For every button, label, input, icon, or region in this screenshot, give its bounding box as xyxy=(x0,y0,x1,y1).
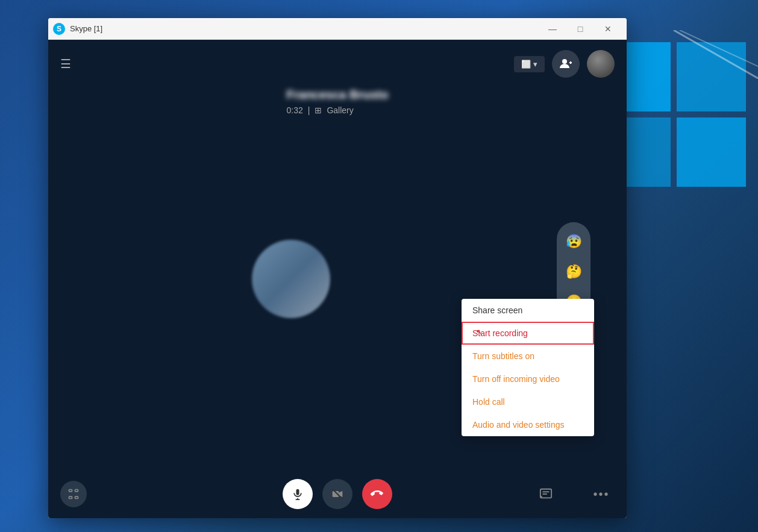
maximize-button[interactable]: □ xyxy=(566,18,594,40)
video-off-icon xyxy=(331,488,343,500)
header-right-controls: ⬜ ▾ xyxy=(514,50,615,78)
audio-video-settings-label: Audio and video settings xyxy=(472,420,565,430)
turn-subtitles-menu-item[interactable]: Turn subtitles on xyxy=(462,345,594,368)
end-call-button[interactable] xyxy=(362,479,392,509)
gallery-icon: ⊞ xyxy=(315,105,322,115)
close-button[interactable]: ✕ xyxy=(594,18,622,40)
minimize-button[interactable]: — xyxy=(539,18,566,40)
gallery-label: Gallery xyxy=(327,105,353,115)
view-toggle-icon: ⬜ xyxy=(521,60,531,69)
microphone-icon xyxy=(292,488,304,500)
end-call-icon xyxy=(371,487,384,501)
add-person-icon xyxy=(559,57,572,70)
video-toggle-button[interactable] xyxy=(322,479,352,509)
hold-call-label: Hold call xyxy=(472,397,505,407)
call-participant-avatar xyxy=(252,240,330,318)
window-controls: — □ ✕ xyxy=(539,18,622,40)
user-avatar xyxy=(587,50,615,78)
call-area: ☰ ⬜ ▾ Francesca xyxy=(48,40,627,518)
hamburger-menu-button[interactable]: ☰ xyxy=(60,57,71,71)
emoji-thinking-button[interactable]: 🤔 xyxy=(560,258,587,285)
svg-point-6 xyxy=(562,59,567,64)
separator: | xyxy=(308,105,310,115)
turn-off-video-menu-item[interactable]: Turn off incoming video xyxy=(462,368,594,390)
call-info: Francesca Brusto 0:32 | ⊞ Gallery xyxy=(287,88,389,115)
svg-rect-9 xyxy=(296,489,299,495)
caller-name: Francesca Brusto xyxy=(287,88,389,102)
call-duration: 0:32 xyxy=(287,105,303,115)
window-title: Skype [1] xyxy=(70,24,539,33)
skype-window: S Skype [1] — □ ✕ ☰ ⬜ ▾ xyxy=(48,18,627,518)
share-screen-menu-item[interactable]: Share screen xyxy=(462,299,594,322)
emoji-worried-button[interactable]: 😰 xyxy=(560,228,587,255)
hold-call-menu-item[interactable]: Hold call xyxy=(462,390,594,413)
context-menu: Share screen Start recording ↖ Turn subt… xyxy=(462,299,594,436)
call-header: ☰ ⬜ ▾ xyxy=(48,40,627,88)
cursor-icon: ↖ xyxy=(476,327,486,339)
turn-off-video-label: Turn off incoming video xyxy=(472,374,560,384)
view-toggle-button[interactable]: ⬜ ▾ xyxy=(514,56,545,72)
start-recording-menu-item[interactable]: Start recording ↖ xyxy=(462,322,594,345)
call-time-display: 0:32 | ⊞ Gallery xyxy=(287,105,389,115)
microphone-button[interactable] xyxy=(283,479,313,509)
title-bar: S Skype [1] — □ ✕ xyxy=(48,18,627,40)
skype-icon: S xyxy=(53,23,65,35)
view-toggle-arrow: ▾ xyxy=(533,60,537,69)
turn-subtitles-label: Turn subtitles on xyxy=(472,351,534,361)
svg-rect-3 xyxy=(677,117,746,187)
share-screen-label: Share screen xyxy=(472,305,522,315)
add-person-button[interactable] xyxy=(552,50,580,78)
call-controls-bar xyxy=(48,470,627,518)
audio-video-settings-menu-item[interactable]: Audio and video settings xyxy=(462,413,594,436)
